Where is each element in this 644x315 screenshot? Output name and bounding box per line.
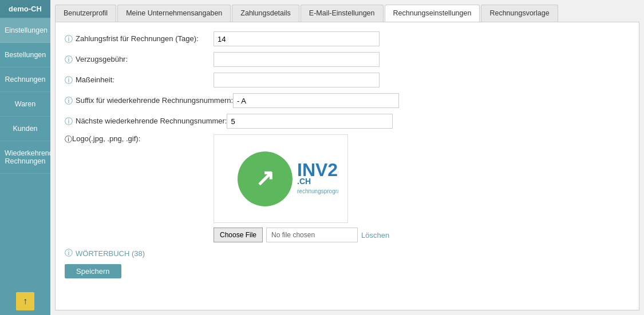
sidebar-item-label: Bestellungen <box>5 51 46 59</box>
main-content: Benutzerprofil Meine Unternehmensangaben… <box>50 0 644 315</box>
svg-text:rechnungsprogramm: rechnungsprogramm <box>297 188 338 194</box>
svg-text:.CH: .CH <box>297 177 311 186</box>
logo-preview: ↗ INV24 .CH rechnungsprogramm <box>214 134 348 223</box>
sidebar-logo: demo-CH <box>0 0 50 18</box>
help-icon-zahlungsfrist[interactable]: ⓘ <box>65 34 73 45</box>
tab-email-einstellungen[interactable]: E-Mail-Einstellungen <box>301 5 384 22</box>
help-icon-suffix[interactable]: ⓘ <box>65 96 73 106</box>
sidebar-item-label: Einstellungen <box>5 26 48 34</box>
upload-icon-button[interactable]: ↑ <box>16 292 34 310</box>
input-naechste[interactable] <box>227 114 393 129</box>
tab-unternehmensangaben[interactable]: Meine Unternehmensangaben <box>117 5 231 22</box>
form-row-masseinheit: ⓘ Maßeinheit: <box>65 73 630 87</box>
tab-rechnungseinstellungen[interactable]: Rechnungseinstellungen <box>385 5 480 22</box>
help-icon-verzugsgebuehr[interactable]: ⓘ <box>65 55 73 65</box>
input-zahlungsfrist[interactable] <box>214 31 380 46</box>
delete-logo-link[interactable]: Löschen <box>361 231 389 240</box>
sidebar-item-label: Wiederkehrende Rechnungen <box>5 149 57 165</box>
content-area: ⓘ Zahlungsfrist für Rechnungen (Tage): ⓘ… <box>55 22 639 310</box>
input-verzugsgebuehr[interactable] <box>214 52 380 67</box>
sidebar-item-bestellungen[interactable]: Bestellungen <box>0 43 50 67</box>
form-row-verzugsgebuehr: ⓘ Verzugsgebühr: <box>65 52 630 67</box>
tabs-container: Benutzerprofil Meine Unternehmensangaben… <box>50 0 644 22</box>
input-suffix[interactable] <box>233 93 399 108</box>
sidebar-item-label: Rechnungen <box>5 75 46 83</box>
help-icon-logo[interactable]: ⓘ <box>65 134 72 145</box>
svg-text:↗: ↗ <box>255 165 275 190</box>
upload-icon: ↑ <box>23 296 27 306</box>
label-verzugsgebuehr: ⓘ Verzugsgebühr: <box>65 54 214 65</box>
label-zahlungsfrist: ⓘ Zahlungsfrist für Rechnungen (Tage): <box>65 33 214 45</box>
dictionary-row: ⓘ WÖRTERBUCH (38) <box>65 248 630 258</box>
help-icon-dictionary[interactable]: ⓘ <box>65 248 73 258</box>
form-row-suffix: ⓘ Suffix für wiederkehrende Rechnungsnum… <box>65 93 630 108</box>
sidebar-item-label: Waren <box>15 100 35 108</box>
label-masseinheit: ⓘ Maßeinheit: <box>65 74 214 86</box>
label-naechste: ⓘ Nächste wiederkehrende Rechnungsnummer… <box>65 115 227 127</box>
sidebar-item-einstellungen[interactable]: Einstellungen <box>0 18 50 43</box>
sidebar-item-waren[interactable]: Waren <box>0 92 50 117</box>
tab-zahlungsdetails[interactable]: Zahlungsdetails <box>232 5 299 22</box>
label-suffix: ⓘ Suffix für wiederkehrende Rechnungsnum… <box>65 95 233 106</box>
tab-rechnungsvorlage[interactable]: Rechnungsvorlage <box>481 5 558 22</box>
sidebar: demo-CH Einstellungen Bestellungen Rechn… <box>0 0 50 315</box>
sidebar-item-wiederkehrende-rechnungen[interactable]: Wiederkehrende Rechnungen <box>0 141 50 174</box>
save-button[interactable]: Speichern <box>65 264 121 278</box>
sidebar-item-label: Kunden <box>13 125 37 133</box>
help-icon-masseinheit[interactable]: ⓘ <box>65 75 73 86</box>
form-row-naechste: ⓘ Nächste wiederkehrende Rechnungsnummer… <box>65 114 630 129</box>
file-name-display: No file chosen <box>266 228 358 242</box>
logo-section: ⓘ Logo(.jpg, .png, .gif): ↗ INV24 .CH <box>65 134 630 242</box>
sidebar-item-kunden[interactable]: Kunden <box>0 117 50 141</box>
dictionary-link[interactable]: WÖRTERBUCH (38) <box>76 249 145 258</box>
help-icon-naechste[interactable]: ⓘ <box>65 117 73 127</box>
logo-content: ↗ INV24 .CH rechnungsprogramm Choose Fil… <box>214 134 389 242</box>
save-row: Speichern <box>65 264 630 278</box>
label-logo: ⓘ Logo(.jpg, .png, .gif): <box>65 134 214 145</box>
choose-file-button[interactable]: Choose File <box>214 228 263 242</box>
tab-benutzerprofil[interactable]: Benutzerprofil <box>55 5 116 22</box>
sidebar-bottom: ↑ <box>0 288 50 315</box>
logo-svg: ↗ INV24 .CH rechnungsprogramm <box>224 139 338 219</box>
form-row-zahlungsfrist: ⓘ Zahlungsfrist für Rechnungen (Tage): <box>65 31 630 46</box>
input-masseinheit[interactable] <box>214 73 380 87</box>
sidebar-item-rechnungen[interactable]: Rechnungen <box>0 67 50 92</box>
file-input-row: Choose File No file chosen Löschen <box>214 228 389 242</box>
